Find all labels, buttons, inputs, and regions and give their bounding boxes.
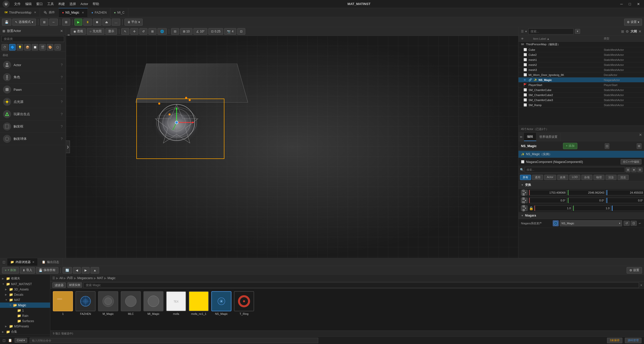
play-button[interactable]: ▶	[74, 19, 82, 26]
actor-help-playerstart[interactable]: ?	[61, 112, 63, 116]
cb-item-mi-magic[interactable]: MI_Magic	[143, 291, 164, 316]
vp-grid-snap[interactable]: ⊞ 10	[180, 28, 192, 35]
actor-item-actor[interactable]: Actor ?	[0, 59, 66, 71]
cb-up-button[interactable]: ▲	[91, 267, 99, 274]
cb-item-m-magic[interactable]: M_Magic	[98, 291, 118, 316]
vp-maximize[interactable]: ⊡	[237, 28, 245, 35]
actor-help-pointlight[interactable]: ?	[61, 100, 63, 104]
cb-breadcrumb-all[interactable]: All	[59, 276, 63, 280]
vp-translate-mode[interactable]: ✛	[130, 28, 138, 35]
cb-breadcrumb-content[interactable]: 内容	[67, 276, 73, 280]
cb-breadcrumb-magic[interactable]: Magic	[107, 276, 115, 280]
outline-filter-dropdown[interactable]: ▾	[525, 30, 527, 33]
tree-magic[interactable]: ▼ 📂 Magic	[0, 303, 50, 308]
console-input[interactable]	[30, 338, 318, 343]
tree-mat[interactable]: ▼ 📁 MAT	[0, 297, 50, 303]
scale-x-input[interactable]	[534, 205, 572, 211]
outline-add-folder-icon[interactable]: ⊞	[621, 29, 624, 33]
section-transform[interactable]: ▼ 变换	[518, 181, 644, 189]
rot-y-input[interactable]	[568, 198, 606, 203]
outline-row-mesh1[interactable]: ⬜ mesh1 StaticMeshActor	[518, 57, 644, 62]
play-options-button[interactable]: ⏸	[83, 19, 92, 26]
view-options-button[interactable]: ⊞	[62, 19, 70, 26]
details-add-component-button[interactable]: + 添加	[563, 143, 577, 149]
outline-settings-icon[interactable]: ⚙	[626, 29, 629, 33]
vp-scale-mode[interactable]: ⊞	[148, 28, 156, 35]
vp-rotate-mode[interactable]: ↺	[139, 28, 147, 35]
outline-row-mesh3[interactable]: ⬜ mesh3 StaticMeshActor	[518, 67, 644, 72]
tree-decals[interactable]: ▶ 📁 Decals	[0, 292, 50, 297]
filter-tab-common[interactable]: 通用	[532, 175, 543, 180]
actor-help-triggerbox[interactable]: ?	[61, 124, 63, 128]
maximize-button[interactable]: □	[627, 2, 632, 7]
outline-row-map[interactable]: 🗺 ThirdPersonMap（编辑器）	[518, 42, 644, 47]
cb-add-button[interactable]: + + 添加	[2, 267, 19, 274]
tree-3d-assets[interactable]: ▶ 📁 3D_Assets	[0, 287, 50, 292]
cb-forward-button[interactable]: ▶	[82, 267, 90, 274]
actor-icon-cinematics[interactable]: 🎬	[39, 44, 46, 51]
outline-search-input[interactable]	[528, 28, 574, 34]
menu-window[interactable]: 窗口	[36, 2, 43, 6]
cb-settings-button[interactable]: ⚙ 设置	[627, 267, 642, 274]
niagara-browse-btn[interactable]: ↺	[624, 221, 630, 226]
position-dropdown[interactable]: 位置 ▾	[521, 190, 528, 195]
rot-z-input[interactable]	[607, 198, 644, 203]
content-browser-nav-icon[interactable]: ◫	[3, 338, 6, 342]
outline-row-mi-worn[interactable]: ⬜ MI_Worn_Door_tgnobcig_8K DecalActor	[518, 72, 644, 77]
scale-z-input[interactable]	[612, 205, 644, 211]
bottom-tab-output-log[interactable]: 📋 输出日志	[39, 258, 62, 266]
outline-row-sm3[interactable]: ⬜ SM_ChamferCube3 StaticMeshActor	[518, 98, 644, 103]
vp-scale-snap[interactable]: ⊡ 0.25	[208, 28, 223, 35]
tab-plugins[interactable]: 🔌 插件	[40, 8, 59, 17]
filter-tab-actor[interactable]: Actor	[544, 175, 556, 180]
cb-item-t-ring[interactable]: T_Ring	[234, 291, 254, 316]
actor-icon-recent[interactable]: ⏱	[2, 44, 8, 51]
vp-world-local[interactable]: 🌐	[157, 28, 167, 35]
details-search-input[interactable]	[525, 167, 625, 173]
details-grid-icon[interactable]: ⊞	[626, 167, 630, 172]
vp-perspective-btn[interactable]: ◉ 透视	[71, 28, 86, 35]
outline-row-sm1[interactable]: ⬜ SM_ChamferCube StaticMeshActor	[518, 88, 644, 93]
actor-help-pawn[interactable]: ?	[61, 88, 63, 92]
cb-item-mofa-nc[interactable]: mofa_nc1_1	[189, 291, 209, 316]
actor-item-pawn[interactable]: Pawn ?	[0, 83, 66, 96]
details-tab-edit[interactable]: 编辑	[524, 133, 536, 141]
rotation-dropdown[interactable]: 旋转 ▾	[521, 198, 528, 203]
menu-tools[interactable]: 工具	[47, 2, 54, 6]
bottom-sidebar-icon[interactable]: ◫	[2, 260, 6, 264]
cb-item-folder-1[interactable]: 1	[53, 291, 73, 316]
actor-item-playerstart[interactable]: 玩家出生点 ?	[0, 108, 66, 120]
close-button[interactable]: ✕	[635, 2, 641, 7]
details-more-icon[interactable]: ⚙	[637, 167, 642, 172]
actor-icon-shapes[interactable]: 📦	[24, 44, 31, 51]
actor-item-character[interactable]: 角色 ?	[0, 71, 66, 83]
actor-icon-geometry[interactable]: ⬡	[54, 44, 61, 51]
settings-button[interactable]: ⚙ 设置 ▾	[624, 19, 642, 26]
viewport-left-collapse[interactable]: ❯	[66, 141, 70, 153]
actor-icon-basic[interactable]: 🔷	[9, 44, 16, 51]
component-edit-button[interactable]: 在C++中编辑	[621, 159, 641, 164]
mode-button[interactable]: ↖ 选项模式 ▾	[12, 19, 36, 26]
actor-item-triggerbox[interactable]: 触发框 ?	[0, 120, 66, 133]
actor-icon-volumes[interactable]: 🔲	[32, 44, 38, 51]
vp-angle-snap[interactable]: ∠ 10°	[193, 28, 207, 35]
cb-item-mlc[interactable]: MLC	[121, 291, 141, 316]
cb-breadcrumb-megascans[interactable]: Megascans	[77, 276, 93, 280]
menu-help[interactable]: 帮助	[93, 2, 99, 6]
cb-save-all-button[interactable]: 💾 保存所有	[36, 267, 58, 274]
filter-tab-misc[interactable]: 杂项	[581, 175, 592, 180]
outline-row-sm2[interactable]: ⬜ SM_ChamferCube2 StaticMeshActor	[518, 93, 644, 98]
actor-icon-light[interactable]: 💡	[17, 44, 23, 51]
filter-tab-all[interactable]: 所有	[520, 175, 531, 180]
outline-row-ns-magic[interactable]: 👁 🔗 ✨ NS_Magic NiagaraActor	[518, 77, 644, 82]
vp-cam-speed[interactable]: 📷 4	[224, 28, 236, 35]
details-tab-world[interactable]: 世界场景设置	[536, 133, 561, 141]
eject-button[interactable]: ⏏	[102, 19, 111, 26]
pos-z-input[interactable]	[607, 190, 644, 195]
item-label-col[interactable]: Item Label ▲	[533, 37, 603, 40]
cb-import-button[interactable]: ⬇ 导入	[20, 267, 35, 274]
filter-tab-streaming[interactable]: 流送	[618, 175, 629, 180]
menu-file[interactable]: 文件	[14, 2, 21, 6]
menu-actor[interactable]: Actor	[80, 2, 88, 6]
cb-sync-button[interactable]: 🔄	[63, 267, 72, 274]
